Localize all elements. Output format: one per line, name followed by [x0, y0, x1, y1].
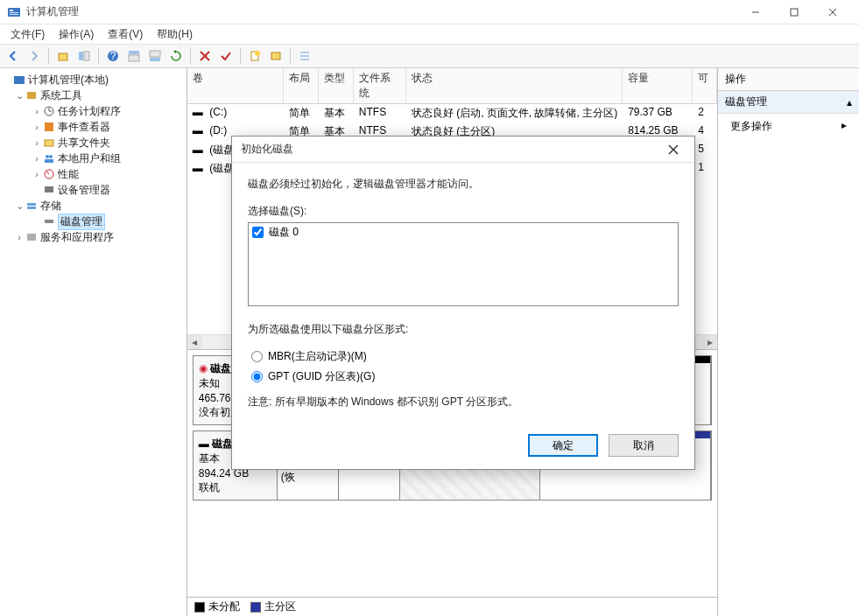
svg-text:?: ?: [110, 50, 116, 62]
actions-pane: 操作 磁盘管理▴ 更多操作▸: [718, 68, 859, 616]
col-layout[interactable]: 布局: [284, 68, 319, 103]
volume-row[interactable]: ▬ (C:) 简单基本NTFS状态良好 (启动, 页面文件, 故障转储, 主分区…: [187, 104, 717, 122]
refresh-button[interactable]: [166, 46, 186, 66]
svg-rect-30: [45, 122, 53, 131]
toolbar: ?: [0, 44, 859, 68]
tree-eventviewer[interactable]: ›事件查看器: [2, 119, 185, 135]
gpt-radio[interactable]: [251, 371, 263, 382]
col-status[interactable]: 状态: [406, 68, 623, 103]
delete-icon[interactable]: [195, 46, 215, 66]
dialog-message: 磁盘必须经过初始化，逻辑磁盘管理器才能访问。: [248, 177, 679, 192]
disk-list[interactable]: 磁盘 0: [248, 222, 679, 306]
list-icon[interactable]: [295, 46, 314, 66]
disk-checkbox-row[interactable]: 磁盘 0: [252, 225, 674, 240]
svg-rect-40: [45, 220, 53, 223]
mbr-radio-row[interactable]: MBR(主启动记录)(M): [251, 349, 679, 364]
menu-view[interactable]: 查看(V): [101, 25, 150, 44]
menubar: 文件(F) 操作(A) 查看(V) 帮助(H): [0, 24, 859, 44]
col-volume[interactable]: 卷: [187, 68, 284, 103]
up-button[interactable]: [53, 46, 73, 66]
actions-section[interactable]: 磁盘管理▴: [718, 91, 859, 114]
dialog-close-button[interactable]: [661, 140, 686, 159]
svg-rect-41: [27, 234, 36, 241]
initialize-disk-dialog: 初始化磁盘 磁盘必须经过初始化，逻辑磁盘管理器才能访问。 选择磁盘(S): 磁盘…: [231, 136, 695, 470]
tree-diskmgmt[interactable]: 磁盘管理: [2, 214, 185, 229]
col-type[interactable]: 类型: [319, 68, 354, 103]
svg-rect-16: [150, 58, 160, 61]
new-icon[interactable]: [245, 46, 264, 66]
legend: 未分配 主分区: [187, 597, 717, 616]
svg-point-33: [49, 155, 53, 158]
view-bottom-icon[interactable]: [145, 46, 165, 66]
disk0-label: 磁盘 0: [269, 225, 299, 240]
tree-systools[interactable]: ⌄系统工具: [2, 88, 185, 103]
actions-header: 操作: [718, 68, 859, 91]
svg-rect-15: [150, 51, 160, 57]
tree-perf[interactable]: ›性能: [2, 166, 185, 182]
select-disk-label: 选择磁盘(S):: [248, 204, 679, 219]
svg-rect-8: [59, 53, 67, 60]
tree-storage[interactable]: ⌄存储: [2, 198, 185, 214]
window-title: 计算机管理: [26, 4, 736, 19]
tree-localusers[interactable]: ›本地用户和组: [2, 150, 185, 166]
col-fs[interactable]: 文件系统: [354, 68, 406, 103]
svg-point-20: [255, 51, 260, 56]
svg-rect-25: [14, 76, 25, 84]
tree-devmgr[interactable]: 设备管理器: [2, 182, 185, 198]
properties-icon[interactable]: [266, 46, 285, 66]
svg-rect-10: [84, 52, 89, 60]
maximize-button[interactable]: [775, 0, 813, 24]
ok-button[interactable]: 确定: [528, 434, 598, 457]
view-top-icon[interactable]: [124, 46, 144, 66]
svg-rect-21: [271, 52, 280, 60]
cancel-button[interactable]: 取消: [609, 434, 679, 457]
window-titlebar: 计算机管理: [0, 0, 859, 24]
check-icon[interactable]: [216, 46, 236, 66]
svg-rect-2: [10, 12, 18, 13]
gpt-radio-row[interactable]: GPT (GUID 分区表)(G): [251, 369, 679, 384]
svg-rect-39: [27, 206, 36, 209]
back-button[interactable]: [4, 46, 23, 66]
svg-rect-26: [27, 92, 36, 99]
svg-rect-14: [129, 55, 139, 61]
close-button[interactable]: [813, 0, 852, 24]
app-icon: [7, 5, 21, 19]
help-button[interactable]: ?: [103, 46, 123, 66]
partition-style-label: 为所选磁盘使用以下磁盘分区形式:: [248, 322, 679, 337]
chevron-right-icon: ▸: [841, 119, 847, 134]
tree-root[interactable]: 计算机管理(本地): [2, 72, 185, 88]
tree-services[interactable]: ›服务和应用程序: [2, 229, 185, 245]
dialog-title: 初始化磁盘: [241, 142, 661, 157]
svg-rect-38: [27, 203, 36, 206]
svg-rect-5: [791, 9, 798, 16]
col-capacity[interactable]: 容量: [623, 68, 693, 103]
svg-rect-37: [45, 186, 53, 192]
nav-tree: 计算机管理(本地) ⌄系统工具 ›任务计划程序 ›事件查看器 ›共享文件夹 ›本…: [0, 68, 187, 616]
svg-rect-1: [10, 10, 13, 11]
svg-line-36: [46, 171, 49, 174]
tree-shared[interactable]: ›共享文件夹: [2, 135, 185, 150]
svg-rect-34: [45, 159, 53, 163]
gpt-label: GPT (GUID 分区表)(G): [268, 369, 375, 384]
dialog-note: 注意: 所有早期版本的 Windows 都不识别 GPT 分区形式。: [248, 395, 679, 410]
minimize-button[interactable]: [736, 0, 775, 24]
mbr-radio[interactable]: [251, 351, 263, 362]
actions-more[interactable]: 更多操作▸: [718, 114, 859, 139]
tree-scheduler[interactable]: ›任务计划程序: [2, 103, 185, 119]
mbr-label: MBR(主启动记录)(M): [268, 349, 367, 364]
svg-rect-9: [79, 52, 83, 60]
svg-rect-3: [10, 14, 18, 15]
menu-file[interactable]: 文件(F): [4, 25, 52, 44]
col-free[interactable]: 可: [693, 68, 717, 103]
collapse-icon: ▴: [847, 96, 852, 108]
show-hide-tree-button[interactable]: [74, 46, 94, 66]
menu-help[interactable]: 帮助(H): [150, 25, 200, 44]
svg-point-32: [46, 155, 49, 158]
menu-action[interactable]: 操作(A): [52, 25, 101, 44]
svg-rect-31: [45, 140, 53, 146]
forward-button[interactable]: [25, 46, 44, 66]
svg-rect-13: [129, 51, 139, 54]
disk0-checkbox[interactable]: [252, 227, 264, 238]
